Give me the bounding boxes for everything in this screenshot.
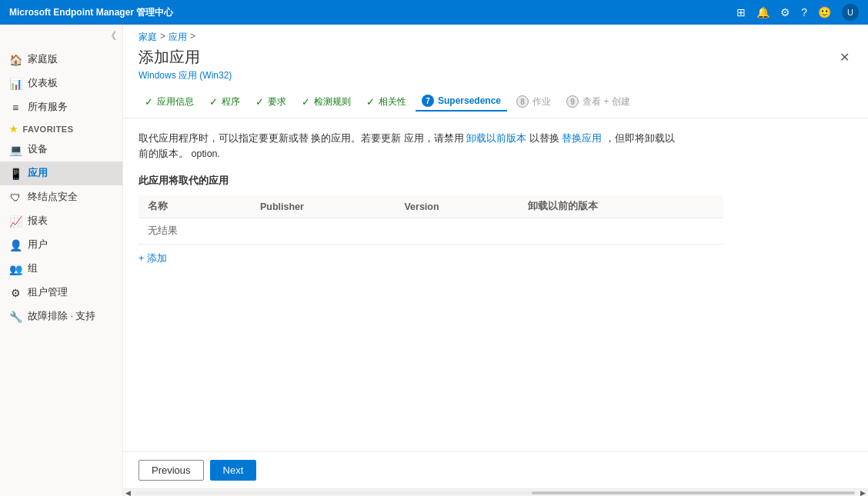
bell-icon[interactable]: 🔔 [756,6,770,18]
users-icon: 👤 [9,239,22,251]
sidebar-item-tenant-admin-label: 租户管理 [28,286,68,299]
info-text: 取代应用程序时，可以指定要更新或替 换的应用。若要更新 应用，请禁用 卸载以前版… [139,131,677,161]
step-supersedence-num: 7 [422,95,434,107]
step-program[interactable]: ✓ 程序 [203,92,246,112]
sidebar-item-tenant-admin[interactable]: ⚙ 租户管理 [0,281,122,305]
topbar-title: Microsoft Endpoint Manager 管理中心 [9,6,173,19]
step-supersedence[interactable]: 7 Supersedence [416,92,507,112]
breadcrumb-home[interactable]: 家庭 [139,31,157,44]
dialog-subtitle-link[interactable]: Windows 应用 (Win32) [139,70,232,81]
table-body: 无结果 [139,218,723,245]
info-text-connector: 以替换 [529,133,559,144]
scrollbar-right-arrow[interactable]: ▶ [858,489,868,497]
scrollbar-track[interactable] [136,491,855,494]
sidebar-item-users-label: 用户 [28,238,48,251]
step-app-info[interactable]: ✓ 应用信息 [139,92,200,112]
info-text-line1: 取代应用程序时，可以指定要更新或替 换的应用。若要更新 应用，请禁用 [139,133,464,144]
devices-icon: 💻 [9,144,22,156]
scrollbar-left-arrow[interactable]: ◀ [123,489,133,497]
step-program-label: 程序 [222,95,240,108]
dialog-subtitle: Windows 应用 (Win32) [139,69,232,82]
scrollbar-thumb[interactable] [532,491,855,494]
step-dependencies-label: 相关性 [379,95,406,108]
sidebar-item-all-services-label: 所有服务 [28,101,68,114]
step-assignments[interactable]: 8 作业 [510,92,557,112]
home-icon: 🏠 [9,54,22,66]
col-publisher: Publisher [251,195,396,218]
topbar-icons: ⊞ 🔔 ⚙ ? 🙂 U [736,4,859,21]
main-layout: 《 🏠 家庭版 📊 仪表板 ≡ 所有服务 ★ FAVORITES 💻 设备 📱 … [0,25,868,496]
col-name: 名称 [139,195,251,218]
app-table: 名称 Publisher Version 卸载以前的版本 无结果 [139,195,723,245]
content-area: 家庭 > 应用 > 添加应用 Windows 应用 (Win32) ✕ ✓ 应用… [123,25,868,496]
step-detection-check: ✓ [302,96,310,108]
sidebar-item-groups[interactable]: 👥 组 [0,257,122,281]
no-results-uninstall [519,218,723,245]
sidebar-item-devices[interactable]: 💻 设备 [0,138,122,161]
dashboard-icon[interactable]: ⊞ [736,6,746,18]
step-detection-rules[interactable]: ✓ 检测规则 [295,92,357,112]
sidebar-item-endpoint-security-label: 终结点安全 [28,191,78,204]
sidebar-item-dashboard[interactable]: 📊 仪表板 [0,72,122,95]
breadcrumb-sep-1: > [160,31,165,44]
step-requirements-label: 要求 [268,95,286,108]
apps-icon: 📱 [9,168,22,180]
info-text-link2[interactable]: 替换应用 [562,133,602,144]
dialog-title: 添加应用 [139,47,232,68]
info-text-option: option. [191,148,220,159]
breadcrumb: 家庭 > 应用 > [123,25,868,44]
sidebar-item-dashboard-label: 仪表板 [28,77,58,90]
step-review-label: 查看 + 创建 [583,95,630,108]
sidebar-item-groups-label: 组 [28,262,38,275]
sidebar-item-users[interactable]: 👤 用户 [0,233,122,257]
favorites-label: FAVORITES [23,125,74,134]
sidebar-item-apps-label: 应用 [28,167,48,180]
avatar[interactable]: U [842,4,859,21]
sidebar-item-endpoint-security[interactable]: 🛡 终结点安全 [0,185,122,209]
help-icon[interactable]: ? [801,6,807,18]
scrollbar-area: ◀ ▶ [123,488,868,496]
sidebar-item-apps[interactable]: 📱 应用 [0,161,122,185]
no-results-cell: 无结果 [139,218,251,245]
step-review-num: 9 [566,95,579,108]
dialog-header-left: 添加应用 Windows 应用 (Win32) [139,47,232,82]
sidebar-item-troubleshoot[interactable]: 🔧 故障排除 · 支持 [0,305,122,328]
breadcrumb-apps[interactable]: 应用 [169,31,187,44]
tenant-admin-icon: ⚙ [9,287,22,299]
previous-button[interactable]: Previous [139,460,204,481]
info-text-link1[interactable]: 卸载以前版本 [466,133,526,144]
no-results-publisher [251,218,396,245]
sidebar-item-reports[interactable]: 📈 报表 [0,209,122,233]
step-review-create[interactable]: 9 查看 + 创建 [560,92,636,112]
dialog-header: 添加应用 Windows 应用 (Win32) ✕ [123,44,868,82]
step-dependencies[interactable]: ✓ 相关性 [360,92,412,112]
next-button[interactable]: Next [210,460,257,481]
dashboard-nav-icon: 📊 [9,78,22,90]
step-app-info-label: 应用信息 [157,95,194,108]
breadcrumb-sep-2: > [190,31,195,44]
table-header-row: 名称 Publisher Version 卸载以前的版本 [139,195,723,218]
step-requirements[interactable]: ✓ 要求 [249,92,292,112]
sidebar-item-home[interactable]: 🏠 家庭版 [0,48,122,72]
gear-icon[interactable]: ⚙ [780,6,790,18]
star-icon: ★ [9,124,18,135]
sidebar-item-troubleshoot-label: 故障排除 · 支持 [28,310,95,323]
reports-icon: 📈 [9,215,22,228]
close-button[interactable]: ✕ [836,47,853,68]
favorites-header: ★ FAVORITES [0,119,122,138]
steps-bar: ✓ 应用信息 ✓ 程序 ✓ 要求 ✓ 检测规则 ✓ 相关性 7 Supersed… [123,82,868,118]
emoji-icon[interactable]: 🙂 [818,6,831,18]
add-link[interactable]: + 添加 [139,252,167,265]
sidebar-item-home-label: 家庭版 [28,53,58,66]
footer: Previous Next [123,451,868,488]
section-title: 此应用将取代的应用 [139,174,853,188]
topbar: Microsoft Endpoint Manager 管理中心 ⊞ 🔔 ⚙ ? … [0,0,868,25]
sidebar: 《 🏠 家庭版 📊 仪表板 ≡ 所有服务 ★ FAVORITES 💻 设备 📱 … [0,25,123,496]
sidebar-collapse-button[interactable]: 《 [0,25,122,48]
table-row-no-results: 无结果 [139,218,723,245]
sidebar-item-all-services[interactable]: ≡ 所有服务 [0,95,122,119]
sidebar-item-devices-label: 设备 [28,143,48,156]
step-dependencies-check: ✓ [366,96,375,108]
page-body: 取代应用程序时，可以指定要更新或替 换的应用。若要更新 应用，请禁用 卸载以前版… [123,118,868,451]
table-header: 名称 Publisher Version 卸载以前的版本 [139,195,723,218]
